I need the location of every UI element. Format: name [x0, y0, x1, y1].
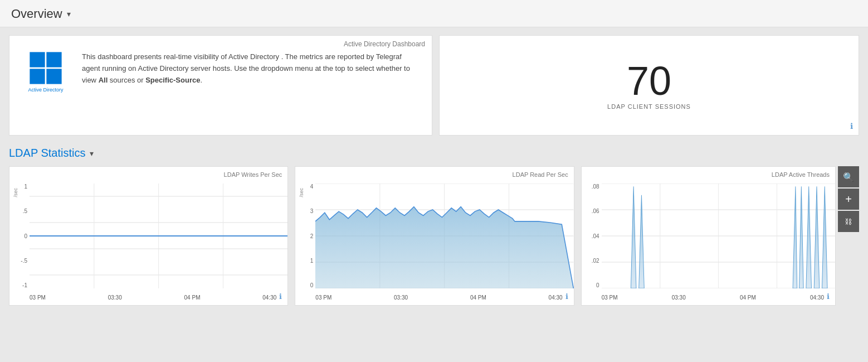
chart-reads-info-icon[interactable]: ℹ — [565, 292, 568, 301]
chart-writes-title: LDAP Writes Per Sec — [224, 171, 282, 178]
toolbar: 🔍 + ⛓ — [838, 166, 859, 306]
chart-reads-unit: /sec — [299, 188, 304, 197]
chart-ldap-reads: LDAP Read Per Sec 4 3 2 1 0 /sec — [295, 166, 574, 306]
toolbar-search-button[interactable]: 🔍 — [838, 166, 859, 187]
chart-writes-info-icon[interactable]: ℹ — [279, 292, 282, 301]
svg-marker-33 — [799, 186, 803, 288]
charts-row: LDAP Writes Per Sec 1 .5 0 -.5 -1 /sec — [9, 166, 859, 306]
chart-writes-x-labels: 03 PM 03:30 04 PM 04:30 — [30, 295, 276, 301]
ad-logo-label: Active Directory — [28, 87, 63, 94]
windows-logo-icon — [29, 51, 62, 85]
svg-marker-34 — [806, 186, 812, 288]
chart-threads-title: LDAP Active Threads — [772, 171, 830, 178]
page-header: Overview ▾ — [0, 0, 868, 27]
chart-ldap-threads: LDAP Active Threads .08 .06 .04 .02 0 — [581, 166, 836, 306]
svg-rect-1 — [46, 52, 61, 67]
toolbar-add-button[interactable]: + — [838, 189, 859, 210]
ldap-info-icon[interactable]: ℹ — [850, 122, 853, 131]
plus-icon: + — [845, 193, 852, 206]
svg-marker-32 — [793, 186, 797, 288]
panel-ad-title: Active Directory Dashboard — [344, 40, 425, 48]
svg-marker-30 — [631, 186, 636, 288]
chart-threads-info-icon[interactable]: ℹ — [827, 292, 830, 301]
ad-desc-specific: Specific-Source — [145, 76, 200, 84]
ldap-session-count: 70 — [627, 61, 671, 101]
ad-desc-text3: . — [200, 76, 202, 84]
chart-threads-x-labels: 03 PM 03:30 04 PM 04:30 — [602, 295, 824, 301]
chart-writes-y-labels: 1 .5 0 -.5 -1 — [12, 184, 27, 288]
search-icon: 🔍 — [843, 172, 854, 182]
chart-threads-svg — [602, 184, 835, 288]
ad-desc-all: All — [99, 76, 108, 84]
link-icon: ⛓ — [845, 218, 852, 226]
overview-chevron-icon[interactable]: ▾ — [67, 9, 71, 18]
chart-ldap-writes: LDAP Writes Per Sec 1 .5 0 -.5 -1 /sec — [9, 166, 288, 306]
chart-threads-wrapper: LDAP Active Threads .08 .06 .04 .02 0 — [581, 166, 859, 306]
chart-reads-title: LDAP Read Per Sec — [513, 171, 568, 178]
ad-logo: Active Directory — [21, 51, 71, 94]
svg-rect-0 — [30, 52, 45, 67]
chart-reads-svg — [315, 184, 573, 288]
ad-desc-text2: sources or — [108, 76, 145, 84]
chart-reads-y-labels: 4 3 2 1 0 — [298, 184, 313, 288]
ldap-section-chevron-icon[interactable]: ▾ — [90, 149, 94, 158]
chart-writes-unit: /sec — [13, 188, 18, 197]
active-directory-panel: Active Directory Dashboard Active Direct… — [9, 35, 432, 136]
ldap-section-title: LDAP Statistics — [9, 147, 85, 160]
toolbar-link-button[interactable]: ⛓ — [838, 211, 859, 232]
ldap-section-header: LDAP Statistics ▾ — [9, 143, 859, 166]
chart-writes-svg — [30, 184, 287, 288]
top-row: Active Directory Dashboard Active Direct… — [9, 35, 859, 136]
ad-description: This dashboard presents real-time visibi… — [82, 51, 421, 86]
ldap-sessions-panel: 70 LDAP CLIENT SESSIONS ℹ — [439, 35, 859, 136]
svg-marker-35 — [814, 186, 820, 288]
ldap-session-label: LDAP CLIENT SESSIONS — [607, 103, 691, 110]
svg-marker-31 — [638, 195, 644, 288]
chart-reads-x-labels: 03 PM 03:30 04 PM 04:30 — [315, 295, 562, 301]
svg-rect-3 — [46, 69, 61, 84]
svg-rect-2 — [30, 69, 45, 84]
chart-threads-y-labels: .08 .06 .04 .02 0 — [584, 184, 599, 288]
svg-marker-36 — [822, 186, 827, 288]
page-title: Overview — [11, 7, 62, 21]
main-content: Active Directory Dashboard Active Direct… — [0, 27, 868, 313]
